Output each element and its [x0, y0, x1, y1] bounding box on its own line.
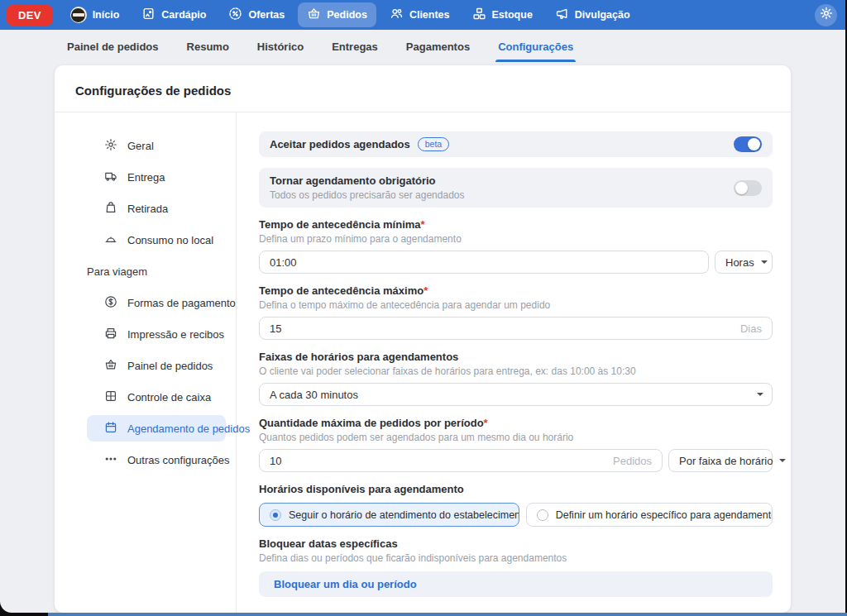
nav-item-ofertas[interactable]: Ofertas — [219, 2, 294, 27]
accept-scheduled-toggle[interactable] — [734, 136, 762, 152]
mandatory-scheduling-label: Tornar agendamento obrigatório — [270, 174, 465, 187]
grid-icon — [104, 389, 117, 405]
sidebar-item-agendamento-de-pedidos[interactable]: Agendamento de pedidos — [87, 415, 226, 442]
dev-environment-badge[interactable]: DEV — [7, 5, 53, 26]
chevron-down-icon — [757, 393, 763, 396]
tab-entregas[interactable]: Entregas — [332, 30, 378, 63]
sidebar-item-entrega[interactable]: Entrega — [87, 164, 226, 190]
time-slots-select[interactable]: A cada 30 minutos — [259, 383, 773, 406]
max-orders-group: Quantidade máxima de pedidos por período… — [259, 417, 773, 472]
ellipsis-icon — [104, 452, 117, 468]
sidebar-item-formas-de-pagamento[interactable]: Formas de pagamento — [87, 289, 226, 316]
top-navigation-bar: DEV Início Cardápio Ofertas Pedidos Clie… — [0, 0, 845, 30]
max-advance-row: Dias — [259, 317, 773, 340]
sidebar-item-label: Agendamento de pedidos — [127, 423, 250, 435]
main-nav: Início Cardápio Ofertas Pedidos Clientes… — [61, 2, 639, 27]
max-orders-field: Pedidos — [259, 449, 663, 472]
chevron-down-icon — [779, 459, 786, 462]
dollar-icon — [104, 295, 117, 311]
beta-badge: beta — [418, 137, 449, 151]
sidebar-item-impressao-e-recibos[interactable]: Impressão e recibos — [87, 321, 226, 347]
settings-gear-button[interactable] — [815, 4, 837, 26]
sidebar-item-label: Painel de pedidos — [127, 360, 213, 372]
mandatory-scheduling-toggle[interactable] — [734, 180, 762, 196]
radio-selected-icon — [270, 509, 281, 521]
required-asterisk: * — [421, 218, 425, 231]
sidebar-item-label: Controle de caixa — [127, 391, 211, 404]
max-orders-suffix: Pedidos — [613, 455, 652, 467]
sidebar-item-label: Geral — [127, 140, 154, 152]
min-advance-group: Tempo de antecedência mínima* Defina um … — [259, 218, 773, 274]
min-advance-label: Tempo de antecedência mínima* — [259, 218, 773, 231]
window-bottom-edge — [48, 613, 847, 616]
sidebar-item-controle-de-caixa[interactable]: Controle de caixa — [87, 384, 226, 410]
dining-icon — [104, 232, 117, 248]
nav-label: Divulgação — [575, 9, 630, 21]
nav-label: Estoque — [492, 9, 533, 21]
radio-unselected-icon — [537, 509, 548, 521]
min-advance-unit-select[interactable]: Horas — [715, 251, 773, 274]
min-advance-hint: Defina um prazo mínimo para o agendament… — [259, 233, 773, 245]
nav-label: Ofertas — [248, 9, 285, 21]
basket-icon — [104, 358, 117, 374]
tab-pagamentos[interactable]: Pagamentos — [406, 30, 470, 63]
accept-scheduled-label: Aceitar pedidos agendados — [270, 138, 410, 150]
max-orders-unit-select[interactable]: Por faixa de horário — [668, 449, 773, 472]
max-advance-suffix: Dias — [740, 322, 762, 335]
available-hours-options: Seguir o horário de atendimento do estab… — [259, 503, 773, 527]
option-label: Definir um horário específico para agend… — [556, 509, 773, 521]
option-specific-hours[interactable]: Definir um horário específico para agend… — [526, 503, 773, 527]
min-advance-input[interactable] — [270, 256, 698, 269]
accept-scheduled-row: Aceitar pedidos agendados beta — [259, 131, 773, 157]
sidebar-section-para-viagem: Para viagem — [87, 258, 226, 284]
sidebar-item-outras-configuracoes[interactable]: Outras configurações — [87, 446, 226, 473]
percent-seal-icon — [228, 7, 242, 23]
tab-painel-de-pedidos[interactable]: Painel de pedidos — [67, 30, 159, 63]
settings-sidebar: Geral Entrega Retirada Consumo no local … — [55, 112, 237, 613]
nav-item-divulgacao[interactable]: Divulgação — [546, 2, 639, 27]
max-advance-label: Tempo de antecedência máximo* — [259, 284, 773, 297]
option-follow-establishment-hours[interactable]: Seguir o horário de atendimento do estab… — [259, 503, 519, 527]
sidebar-item-label: Impressão e recibos — [127, 328, 224, 341]
sidebar-item-label: Retirada — [127, 203, 168, 215]
nav-item-cardapio[interactable]: Cardápio — [132, 2, 215, 27]
card-body: Geral Entrega Retirada Consumo no local … — [55, 112, 791, 613]
sidebar-item-label: Consumo no local — [127, 234, 213, 246]
tab-historico[interactable]: Histórico — [257, 30, 304, 63]
time-slots-row: A cada 30 minutos — [259, 383, 773, 406]
nav-item-pedidos[interactable]: Pedidos — [298, 2, 376, 27]
tab-resumo[interactable]: Resumo — [187, 30, 229, 63]
max-orders-input[interactable] — [270, 455, 606, 467]
sidebar-item-label: Formas de pagamento — [127, 297, 236, 309]
nav-label: Pedidos — [327, 9, 367, 21]
min-advance-field — [259, 251, 709, 274]
printer-icon — [104, 327, 117, 342]
nav-item-inicio[interactable]: Início — [61, 2, 129, 27]
tab-configuracoes[interactable]: Configurações — [498, 30, 573, 63]
sidebar-item-consumo-no-local[interactable]: Consumo no local — [87, 227, 226, 253]
gear-icon — [104, 138, 117, 154]
required-asterisk: * — [424, 284, 428, 297]
required-asterisk: * — [484, 417, 488, 429]
max-advance-input[interactable] — [270, 322, 734, 335]
settings-card: Configurações de pedidos Geral Entrega R… — [55, 65, 791, 613]
nav-label: Clientes — [409, 9, 450, 21]
sidebar-item-retirada[interactable]: Retirada — [87, 195, 226, 222]
sidebar-item-label: Entrega — [127, 171, 165, 184]
block-dates-label: Bloquear datas específicas — [259, 537, 773, 550]
sidebar-item-painel-de-pedidos[interactable]: Painel de pedidos — [87, 352, 226, 379]
block-day-or-period-button[interactable]: Bloquear um dia ou período — [259, 571, 773, 597]
max-orders-label: Quantidade máxima de pedidos por período… — [259, 417, 773, 429]
card-header: Configurações de pedidos — [55, 65, 791, 112]
max-orders-row: Pedidos Por faixa de horário — [259, 449, 773, 472]
mandatory-scheduling-hint: Todos os pedidos precisarão ser agendado… — [270, 189, 465, 201]
nav-item-estoque[interactable]: Estoque — [463, 2, 542, 27]
sidebar-item-geral[interactable]: Geral — [87, 132, 226, 159]
block-dates-hint: Defina dias ou períodos que ficarão indi… — [259, 552, 773, 564]
available-hours-group: Horários disponíveis para agendamento Se… — [259, 483, 773, 527]
chevron-down-icon — [761, 260, 768, 264]
min-advance-row: Horas — [259, 251, 773, 274]
boxes-icon — [472, 7, 486, 23]
nav-label: Cardápio — [161, 9, 206, 21]
nav-item-clientes[interactable]: Clientes — [380, 2, 459, 27]
